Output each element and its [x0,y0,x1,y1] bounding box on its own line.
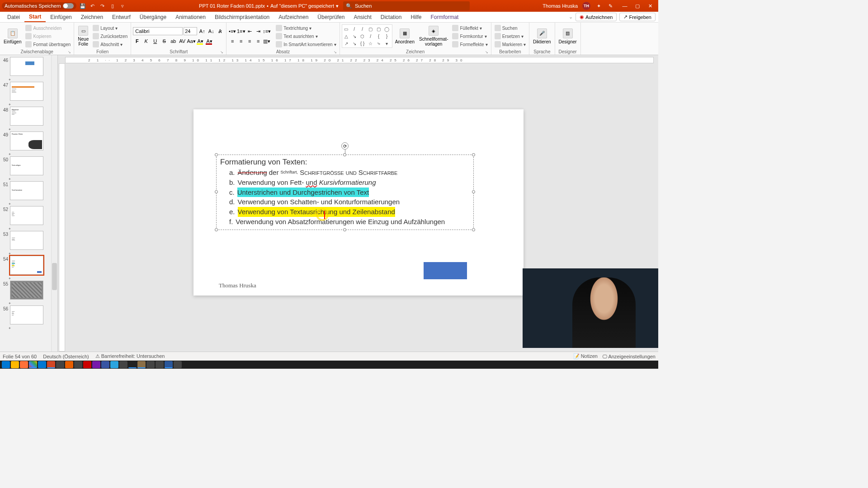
telegram-icon[interactable] [110,361,118,368]
fill-button[interactable]: Fülleffekt▾ [451,24,489,32]
format-painter-button[interactable]: Format übertragen [24,41,72,48]
clear-format-icon[interactable]: A̷ [216,27,224,35]
pen-icon[interactable]: ✎ [607,2,614,9]
firefox-icon[interactable] [20,361,28,368]
tab-start[interactable]: Start [24,12,46,22]
tab-entwurf[interactable]: Entwurf [108,13,135,22]
start-icon[interactable] [2,361,10,368]
app3-icon[interactable] [83,361,91,368]
explorer-icon[interactable] [11,361,19,368]
toggle-off-icon[interactable] [63,3,74,9]
text-schriftart[interactable]: Schriftart, [281,170,298,174]
thumb-47[interactable]: 47━━━━━━━━━━━━━━ [0,82,57,101]
font-size-select[interactable] [184,27,197,35]
dazzle-icon[interactable]: ✦ [595,2,602,9]
minimize-button[interactable]: — [618,1,631,10]
word-icon[interactable] [165,361,173,368]
taskbar[interactable] [0,361,658,369]
font-color-button[interactable]: A▾ [205,37,213,45]
powerpoint-icon[interactable] [47,361,55,368]
handle-bm[interactable] [343,228,346,231]
shrink-font-icon[interactable]: A↓ [207,27,215,35]
shape-gallery[interactable]: ▭//▢▢◯ △↘⬡/{} ↗↘{ }☆⤷▾ [342,24,392,48]
justify-button[interactable]: ≡ [254,37,262,45]
freigeben-button[interactable]: ↗Freigeben [619,13,656,21]
save-icon[interactable]: 💾 [79,2,86,9]
dictate-button[interactable]: 🎤Diktieren [531,28,552,45]
thumb-46[interactable]: 46 [0,57,57,76]
qat-more-icon[interactable]: ▿ [119,2,126,9]
aufzeichnen-button[interactable]: ◉Aufzeichnen [576,13,617,21]
undo-icon[interactable]: ↶ [89,2,96,9]
spacing-button[interactable]: AV [178,37,186,45]
text-smallcaps[interactable]: Schriftgröße und Schriftfarbe [300,169,397,176]
paste-button[interactable]: 📋Einfügen [2,28,23,45]
thumb-48[interactable]: 48Handout━━━━━━━━━━━━ [0,107,57,126]
text-schatten[interactable]: Verwendung von Schatten- und Konturforma… [238,197,400,207]
thumb-54[interactable]: 54━━━━━━━━━━━━━━━━━━━━━━━━━━━━━━━━━━━ [0,256,57,275]
select-button[interactable]: Markieren▾ [493,41,527,48]
thumbnail-panel[interactable]: 46✦ 47━━━━━━━━━━━━━━✦ 48Handout━━━━━━━━━… [0,55,58,356]
app5-icon[interactable] [146,361,155,368]
handle-tm[interactable] [343,153,346,156]
line-spacing-button[interactable]: ↕≡▾ [263,27,271,35]
handle-br[interactable] [472,228,475,231]
document-title[interactable]: PPT 01 Roter Faden 001.pptx • Auf "diese… [199,3,339,9]
onenote-icon[interactable] [92,361,100,368]
from-beginning-icon[interactable]: ▯ [109,2,116,9]
arrange-button[interactable]: ▦Anordnen [393,28,416,45]
tab-formformat[interactable]: Formformat [426,13,463,22]
collapse-ribbon-icon[interactable]: ⌄ [569,14,573,20]
tab-hilfe[interactable]: Hilfe [406,13,426,22]
thumb-49[interactable]: 49Presenter / Klicker [0,131,57,150]
accessibility-status[interactable]: ⚠ Barrierefreiheit: Untersuchen [95,353,165,359]
grow-font-icon[interactable]: A↑ [198,27,206,35]
shadow-button[interactable]: ab [169,37,177,45]
slide-footer-text[interactable]: Thomas Hruska [219,282,256,289]
rotate-handle[interactable]: ⟳ [341,142,349,150]
bold-button[interactable]: F [133,37,141,45]
align-text-button[interactable]: Text ausrichten▾ [274,33,337,40]
slide-canvas[interactable]: ⟳ Formatierung von Texten: a.Änderung de… [193,109,524,296]
app-icon[interactable] [56,361,64,368]
app6-icon[interactable] [156,361,164,368]
case-button[interactable]: Aa▾ [187,37,195,45]
app4-icon[interactable] [119,361,127,368]
tab-bildschirm[interactable]: Bildschirmpräsentation [210,13,274,22]
handle-ml[interactable] [215,190,218,193]
text-fett[interactable]: Verwendung von Fett- [238,178,304,186]
notes-button[interactable]: 📝 Notizen [573,353,598,359]
columns-button[interactable]: ▥▾ [263,37,271,45]
quick-styles-button[interactable]: ◈Schnellformat- vorlagen [417,25,450,47]
slide-editor[interactable]: 2 1 ·· 1 2 3 4 5 6 7 8 9 10 11 12 13 14 … [58,55,658,356]
text-kursiv[interactable]: Kursivformatierung [319,178,376,186]
align-left-button[interactable]: ≡ [228,37,236,45]
align-center-button[interactable]: ≡ [237,37,245,45]
effects-button[interactable]: Formeffekte▾ [451,41,489,48]
tab-aufzeichnen[interactable]: Aufzeichnen [274,13,313,22]
text-frame[interactable]: ⟳ Formatierung von Texten: a.Änderung de… [216,155,474,230]
autosave-toggle[interactable]: Automatisches Speichern [2,2,76,9]
tab-datei[interactable]: Datei [3,13,24,22]
indent-right-button[interactable]: ⇥ [254,27,262,35]
italic-button[interactable]: K [142,37,150,45]
tab-ansicht[interactable]: Ansicht [349,13,376,22]
launcher-icon[interactable]: ↘ [485,50,488,54]
text-highlighted-cyan[interactable]: Unterstrichen und Durchgestrichen von Te… [237,188,369,197]
blue-rectangle-shape[interactable] [424,262,467,279]
maximize-button[interactable]: ▢ [631,1,644,10]
search-input[interactable]: 🔍 Suchen [343,1,470,10]
text-anderung[interactable]: Änderung [238,169,267,176]
visio-icon[interactable] [101,361,109,368]
thumb-53[interactable]: 53━━━━━━━━━━━━━━━━━━━━ [0,231,57,250]
indent-left-button[interactable]: ⇤ [245,27,254,35]
section-button[interactable]: Abschnitt▾ [91,41,129,48]
vlc-icon[interactable] [65,361,73,368]
thumb-52[interactable]: 52━━━━━━━━━━━━━━━━━━━━━ [0,206,57,225]
strikethrough-button[interactable]: S [160,37,168,45]
user-name[interactable]: Thomas Hruska [542,3,578,9]
launcher-icon[interactable]: ↘ [68,50,71,54]
text-und-wavy[interactable]: und [306,178,317,186]
tab-uebergaenge[interactable]: Übergänge [135,13,171,22]
redo-icon[interactable]: ↷ [99,2,106,9]
